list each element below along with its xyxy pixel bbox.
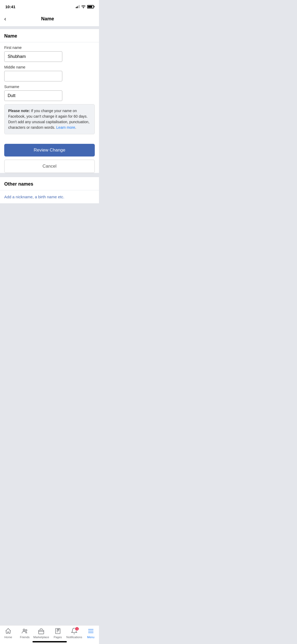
name-card-title: Name xyxy=(4,33,17,39)
back-button[interactable]: ‹ xyxy=(4,15,8,24)
learn-more-link[interactable]: Learn more xyxy=(56,125,75,130)
name-card: Name First name Middle name Surname Plea… xyxy=(0,29,99,173)
surname-group: Surname xyxy=(4,85,95,101)
first-name-input[interactable] xyxy=(4,51,62,62)
surname-label: Surname xyxy=(4,85,95,89)
status-bar: 10:41 xyxy=(0,0,99,12)
middle-name-label: Middle name xyxy=(4,65,95,69)
other-names-title: Other names xyxy=(4,181,33,187)
svg-point-0 xyxy=(83,8,84,8)
note-bold: Please note: xyxy=(8,109,30,113)
cancel-button[interactable]: Cancel xyxy=(4,160,95,173)
main-content: Name First name Middle name Surname Plea… xyxy=(0,26,99,235)
note-box: Please note: If you change your name on … xyxy=(4,104,95,134)
battery-icon xyxy=(87,5,94,8)
name-card-header: Name xyxy=(0,29,99,42)
page-title: Name xyxy=(8,16,87,22)
middle-name-group: Middle name xyxy=(4,65,95,81)
review-change-button[interactable]: Review Change xyxy=(4,144,95,157)
first-name-label: First name xyxy=(4,45,95,50)
middle-name-input[interactable] xyxy=(4,71,62,81)
nav-header: ‹ Name xyxy=(0,12,99,26)
name-card-body: First name Middle name Surname Please no… xyxy=(0,42,99,141)
surname-input[interactable] xyxy=(4,90,62,101)
add-nickname-button[interactable]: Add a nickname, a birth name etc. xyxy=(0,190,99,203)
status-time: 10:41 xyxy=(5,4,15,9)
signal-icon xyxy=(76,5,80,8)
status-icons xyxy=(76,5,94,8)
note-suffix: . xyxy=(75,125,76,130)
other-names-header: Other names xyxy=(0,177,99,190)
wifi-icon xyxy=(81,5,86,8)
other-names-card: Other names Add a nickname, a birth name… xyxy=(0,177,99,203)
first-name-group: First name xyxy=(4,45,95,62)
